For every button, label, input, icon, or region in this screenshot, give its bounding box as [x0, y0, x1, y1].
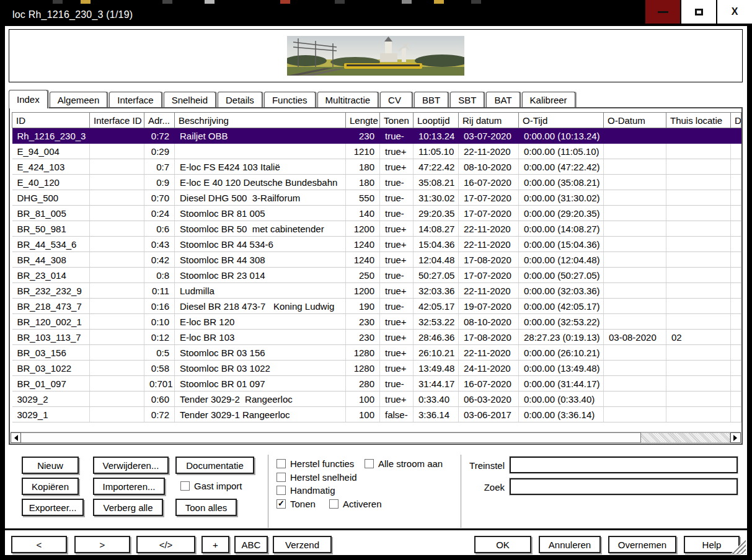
column-header-9[interactable]: O-Datum [604, 113, 666, 128]
table-row[interactable]: BR_81_0050:24Stoomloc BR 81 005140true-2… [12, 206, 741, 221]
plus-button[interactable]: + [201, 536, 229, 553]
table-cell [90, 206, 144, 221]
tab-multitractie[interactable]: Multitractie [317, 92, 379, 107]
tab-index[interactable]: Index [9, 90, 48, 108]
table-cell: 17-08-2020 [459, 252, 519, 268]
table-row[interactable]: BR_03_10220:58Stoomloc BR 03 10221280tru… [12, 361, 741, 376]
column-header-8[interactable]: O-Tijd [519, 113, 604, 128]
table-row[interactable]: DHG_5000:70Diesel DHG 500 3-Railforum550… [12, 190, 741, 206]
table-cell: 0:00.00 (11:05.10) [519, 144, 604, 159]
checkbox-label: Gast import [194, 481, 242, 491]
verzend-button[interactable]: Verzend [273, 536, 332, 553]
minimize-icon [658, 11, 668, 13]
help-button[interactable]: Help [684, 536, 740, 553]
table-cell: 0:00.00 (31:30.02) [519, 190, 604, 206]
tab-kalibreer[interactable]: Kalibreer [522, 92, 575, 107]
abc-button[interactable]: ABC [234, 536, 268, 553]
treinstel-input[interactable] [510, 457, 738, 473]
column-header-0[interactable]: ID [12, 113, 90, 128]
table-row[interactable]: 3029_20:60Tender 3029-2 Rangeerloc100tru… [12, 392, 741, 407]
close-button[interactable]: X [717, 0, 752, 24]
table-cell [90, 345, 144, 361]
table-cell [604, 345, 666, 361]
verwijderen-button[interactable]: Verwijderen... [93, 457, 169, 474]
annuleren-button[interactable]: Annuleren [539, 536, 601, 553]
overnemen-button[interactable]: Overnemen [608, 536, 676, 553]
prev-button[interactable]: < [11, 536, 67, 553]
toon-alles-button[interactable]: Toon alles [175, 499, 237, 516]
table-cell: BR_03_1022 [12, 361, 90, 376]
table-row[interactable]: 3029_10:72Tender 3029-1 Rangeerloc100fal… [12, 407, 741, 422]
documentatie-button[interactable]: Documentatie [175, 457, 254, 474]
importeren-button[interactable]: Importeren... [93, 478, 165, 495]
horizontal-scrollbar[interactable] [11, 432, 741, 443]
tab-bbt[interactable]: BBT [414, 92, 448, 107]
next-button[interactable]: > [74, 536, 130, 553]
table-row[interactable]: E_424_1030:7E-loc FS E424 103 Italië180t… [12, 159, 741, 175]
table-row[interactable]: E_94_0040:291210true+11:05.1022-11-20200… [12, 144, 741, 159]
table-row[interactable]: BR_232_232_90:11Ludmilla1200true+32:03.3… [12, 283, 741, 299]
maximize-button[interactable] [681, 0, 716, 24]
zoek-input[interactable] [510, 478, 738, 495]
nieuw-button[interactable]: Nieuw [22, 457, 79, 474]
table-cell: true+ [380, 144, 414, 159]
verberg-alle-button[interactable]: Verberg alle [93, 499, 163, 516]
tab-snelheid[interactable]: Snelheid [164, 92, 216, 107]
tab-bat[interactable]: BAT [486, 92, 520, 107]
column-header-10[interactable]: Thuis locatie [666, 113, 731, 128]
alle-stroom-aan-checkbox[interactable]: Alle stroom aan [365, 458, 443, 469]
table-row[interactable]: E_40_1200:9E-loc E 40 120 Deutsche Bunde… [12, 175, 741, 190]
herstel-snelheid-checkbox[interactable]: Herstel snelheid [276, 471, 357, 483]
column-header-3[interactable]: Beschrijving [175, 113, 346, 128]
table-cell: 1200 [346, 221, 380, 237]
checkbox-box [329, 499, 338, 509]
tab-sbt[interactable]: SBT [450, 92, 484, 107]
column-header-11[interactable]: D [731, 113, 741, 128]
table-row[interactable]: BR_23_0140:8Stoomloc BR 23 014250true-50… [12, 268, 741, 283]
column-header-5[interactable]: Tonen [380, 113, 414, 128]
tab-cv[interactable]: CV [380, 92, 412, 107]
separator [268, 455, 268, 528]
tab-algemeen[interactable]: Algemeen [50, 92, 108, 107]
column-header-4[interactable]: Lengte [346, 113, 380, 128]
table-row[interactable]: BR_01_0970:701Stoomloc BR 01 097280true-… [12, 376, 741, 392]
scroll-left-button[interactable] [11, 432, 21, 443]
table-cell: 31:44.17 [414, 376, 459, 392]
table-row[interactable]: Rh_1216_230_30:72Railjet OBB230true-10:1… [12, 128, 741, 144]
table-row[interactable]: BR_120_002_10:10E-loc BR 120230true+32:5… [12, 314, 741, 330]
table-cell [731, 252, 741, 268]
handmatig-checkbox[interactable]: Handmatig [276, 484, 335, 496]
column-header-7[interactable]: Rij datum [459, 113, 519, 128]
column-header-2[interactable]: Adr... [144, 113, 175, 128]
table-row[interactable]: BR_50_9810:6Stoomloc BR 50 met cabineten… [12, 221, 741, 237]
gast-import-checkbox[interactable]: Gast import [180, 480, 242, 491]
column-header-1[interactable]: Interface ID [90, 113, 144, 128]
table-cell [604, 190, 666, 206]
scrollbar-thumb[interactable] [21, 432, 641, 443]
table-cell [731, 128, 741, 144]
table-cell: true+ [380, 314, 414, 330]
tab-functies[interactable]: Functies [264, 92, 316, 107]
herstel-functies-checkbox[interactable]: Herstel functies [276, 458, 354, 469]
activeren-checkbox[interactable]: Activeren [329, 498, 382, 509]
tab-interface[interactable]: Interface [109, 92, 161, 107]
scroll-right-icon [733, 435, 740, 441]
tonen-checkbox[interactable]: Tonen [276, 498, 316, 509]
column-header-6[interactable]: Looptijd [414, 113, 459, 128]
exporteer-button[interactable]: Exporteer... [22, 499, 84, 516]
minimize-button[interactable] [645, 0, 680, 24]
table-cell: 08-10-2020 [459, 314, 519, 330]
table-row[interactable]: BR_103_113_70:12E-loc BR 103230true+28:4… [12, 330, 741, 345]
code-button[interactable]: </> [136, 536, 195, 553]
kopieren-button[interactable]: Kopiëren [22, 478, 79, 495]
ok-button[interactable]: OK [474, 536, 531, 553]
tab-details[interactable]: Details [218, 92, 262, 107]
scrollbar-track[interactable] [641, 432, 730, 443]
table-row[interactable]: BR_218_473_70:16Diesel BR 218 473-7 Koni… [12, 299, 741, 314]
scroll-right-button[interactable] [730, 432, 741, 443]
table-row[interactable]: BR_44_534_60:43Stoomloc BR 44 534-61240t… [12, 237, 741, 252]
table-row[interactable]: BR_03_1560:5Stoomloc BR 03 1561280true+2… [12, 345, 741, 361]
table-cell [90, 376, 144, 392]
table-row[interactable]: BR_44_3080:42Stoomloc BR 44 3081240true+… [12, 252, 741, 268]
table-cell [731, 407, 741, 422]
